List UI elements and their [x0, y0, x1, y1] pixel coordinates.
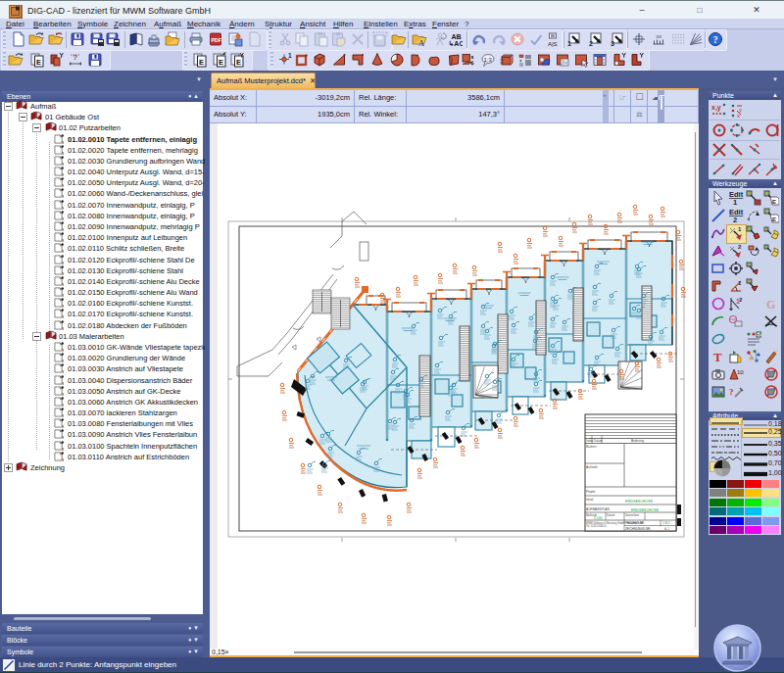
svg-text:1:3: 1:3: [484, 57, 493, 63]
svg-text:s: s: [62, 249, 64, 253]
svg-text:A: A: [418, 39, 424, 47]
svg-text:103: 103: [737, 369, 744, 375]
svg-text:E: E: [236, 58, 241, 67]
svg-text:Inhalt: Inhalt: [586, 498, 594, 502]
svg-text:s: s: [62, 424, 64, 428]
svg-text:PDF: PDF: [211, 37, 222, 43]
svg-text:3: 3: [611, 40, 614, 47]
svg-text:s: s: [62, 293, 64, 297]
svg-text:Gezeichnet: Gezeichnet: [625, 513, 639, 517]
svg-text:s: s: [62, 140, 64, 144]
svg-text:s: s: [62, 359, 64, 362]
svg-text:AUFMASSPLAN: AUFMASSPLAN: [586, 507, 610, 511]
svg-text:Index: Index: [586, 439, 594, 443]
svg-text:E: E: [219, 58, 223, 67]
svg-text:?: ?: [74, 53, 78, 62]
svg-text:x: x: [737, 113, 740, 119]
svg-text:1:100: 1:100: [594, 516, 603, 520]
svg-text:oo: oo: [657, 33, 662, 39]
svg-text:s: s: [62, 381, 64, 385]
svg-text:G: G: [766, 298, 775, 312]
svg-text:Architekt: Architekt: [586, 465, 598, 469]
svg-text:s: s: [62, 194, 64, 198]
svg-text:s: s: [62, 403, 64, 407]
svg-text:Projekt: Projekt: [586, 490, 596, 494]
svg-text:s: s: [62, 172, 64, 176]
svg-text:s: s: [62, 261, 64, 264]
svg-text:?: ?: [729, 387, 734, 397]
svg-text:1: 1: [738, 226, 742, 232]
svg-text:ZEICHNUNGS-NR.:: ZEICHNUNGS-NR.:: [625, 527, 652, 531]
svg-text:↳AC: ↳AC: [449, 40, 464, 47]
svg-text:s: s: [62, 348, 64, 352]
svg-text:s: s: [62, 183, 64, 187]
svg-text:ERDGESCHOSS: ERDGESCHOSS: [625, 500, 654, 504]
svg-text:1.B.2: 1.B.2: [662, 521, 670, 525]
svg-text:A-2: A-2: [664, 527, 669, 531]
svg-text:s: s: [62, 206, 64, 210]
svg-text:E: E: [772, 216, 776, 222]
svg-text:AB: AB: [452, 33, 462, 40]
svg-text:s: s: [62, 227, 64, 231]
svg-text:s: s: [62, 282, 64, 286]
svg-text:s: s: [62, 392, 64, 396]
svg-text:s: s: [62, 162, 64, 166]
svg-text:s: s: [62, 369, 64, 373]
svg-text:s: s: [62, 238, 64, 242]
svg-text:1: 1: [738, 280, 742, 286]
svg-text:s: s: [62, 216, 64, 220]
svg-text:s: s: [62, 271, 64, 275]
svg-text:ERDGESCHOSS: ERDGESCHOSS: [631, 508, 660, 512]
svg-text:Änderung: Änderung: [631, 439, 644, 443]
svg-text:s: s: [62, 304, 64, 308]
svg-text:A|S: A|S: [548, 41, 558, 47]
svg-text:1: 1: [567, 40, 571, 47]
svg-text:2: 2: [739, 297, 743, 303]
svg-text:2: 2: [733, 216, 737, 223]
svg-text:PROJEKT-NR.:: PROJEKT-NR.:: [625, 521, 646, 525]
svg-text:Bauherr: Bauherr: [586, 445, 597, 449]
svg-text:?: ?: [713, 35, 718, 45]
svg-text:T: T: [713, 350, 722, 364]
svg-text:s: s: [62, 413, 64, 417]
svg-text:Tel. 0241/51804-0: Tel. 0241/51804-0: [586, 524, 607, 528]
svg-text:s: s: [62, 151, 64, 155]
svg-text:2: 2: [738, 244, 742, 250]
svg-text:s: s: [62, 314, 64, 318]
svg-text:E: E: [36, 58, 41, 67]
svg-text:Datum: Datum: [607, 513, 615, 517]
svg-text:s: s: [62, 447, 64, 451]
svg-text:s: s: [62, 435, 64, 439]
svg-text:x,y: x,y: [711, 104, 721, 112]
svg-text:Datum: Datum: [594, 439, 603, 443]
svg-text:E: E: [772, 199, 776, 205]
svg-text:1: 1: [733, 198, 737, 206]
svg-text:1: 1: [288, 52, 292, 59]
svg-text:s: s: [62, 326, 64, 330]
svg-text:2: 2: [589, 40, 593, 47]
svg-text:E: E: [199, 58, 204, 67]
svg-text:s: s: [62, 457, 64, 461]
